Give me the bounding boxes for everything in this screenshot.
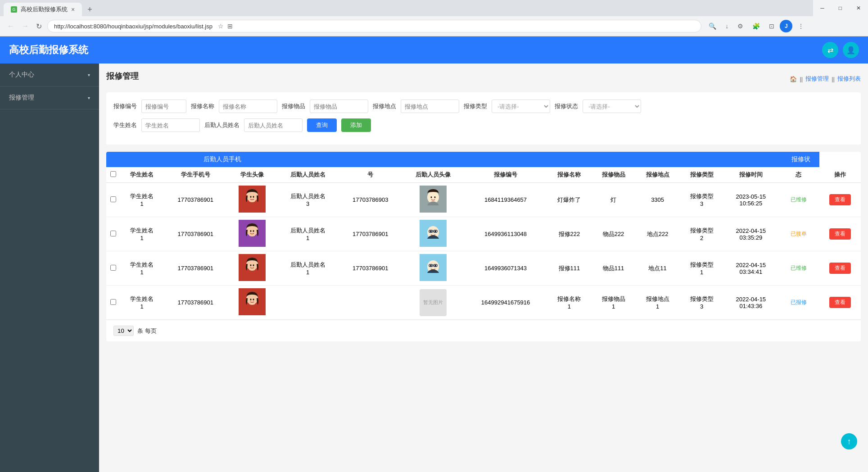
- home-icon: 🏠: [790, 76, 797, 82]
- breadcrumb-repair-mgmt[interactable]: 报修管理: [805, 75, 829, 83]
- label-bianhu: 报修编号: [113, 102, 137, 110]
- per-page-select[interactable]: 10 20 50: [113, 326, 134, 336]
- switch-icon: ⇄: [827, 46, 833, 54]
- user-avatar[interactable]: J: [780, 20, 792, 32]
- tab-title: 高校后勤报修系统: [21, 5, 68, 14]
- user-icon-btn[interactable]: 👤: [843, 42, 859, 58]
- status-badge: 已维修: [788, 264, 809, 272]
- select-leixing[interactable]: -请选择-: [492, 100, 550, 113]
- breadcrumb-sep2: ||: [832, 76, 835, 82]
- col-status: 态: [778, 167, 819, 183]
- maximize-btn[interactable]: □: [832, 0, 849, 18]
- bookmark-icon[interactable]: ☆: [218, 23, 224, 30]
- view-btn[interactable]: 查看: [829, 228, 851, 240]
- tab-close-btn[interactable]: ×: [71, 6, 75, 13]
- switch-icon-btn[interactable]: ⇄: [822, 42, 838, 58]
- extensions-icon[interactable]: ⊞: [227, 23, 233, 30]
- cell-staff-avatar: [402, 183, 464, 217]
- cell-status: 已维修: [778, 251, 819, 286]
- cell-repair-time: 2022-04-15 03:34:41: [724, 251, 778, 286]
- cell-staff-name: [277, 286, 339, 320]
- breadcrumb: 报修管理 🏠 || 报修管理 || 报修列表: [106, 71, 861, 87]
- close-btn[interactable]: ✕: [849, 0, 868, 18]
- breadcrumb-repair-list[interactable]: 报修列表: [837, 75, 861, 83]
- input-wupin[interactable]: [310, 100, 368, 113]
- cell-repair-time: 2022-04-15 01:43:36: [724, 286, 778, 320]
- cell-action: 查看: [819, 183, 861, 217]
- scroll-top-btn[interactable]: ↑: [841, 433, 857, 449]
- cell-staff-phone: [339, 286, 402, 320]
- zoom-icon[interactable]: 🔍: [705, 21, 720, 32]
- svg-point-4: [253, 196, 254, 198]
- sidebar-item-personal[interactable]: 个人中心 ▾: [0, 64, 99, 86]
- cell-staff-name: 后勤人员姓名 3: [277, 183, 339, 217]
- browser-tab[interactable]: G 高校后勤报修系统 ×: [4, 3, 82, 16]
- row-checkbox[interactable]: [110, 231, 116, 236]
- forward-btn[interactable]: →: [20, 20, 31, 32]
- tab-favicon: G: [11, 6, 17, 13]
- input-staff[interactable]: [244, 118, 303, 132]
- cell-student-name: 学生姓名 1: [120, 286, 164, 320]
- user-icon: 👤: [846, 46, 855, 54]
- cell-student-avatar: [227, 217, 276, 251]
- col-staff-name: 后勤人员姓名: [277, 167, 339, 183]
- settings-icon[interactable]: ⚙: [734, 21, 747, 32]
- sidebar-arrow-repair: ▾: [88, 95, 90, 100]
- cell-repair-location: 地点222: [636, 217, 680, 251]
- query-btn[interactable]: 查询: [307, 118, 337, 132]
- download-icon[interactable]: ↓: [722, 21, 732, 32]
- sidebar-item-repair[interactable]: 报修管理 ▾: [0, 86, 99, 109]
- select-all-checkbox[interactable]: [110, 171, 116, 177]
- cell-repair-item: 报修物品 1: [591, 286, 635, 320]
- cell-staff-avatar: 暂无图片: [402, 286, 464, 320]
- cell-repair-name: 报修名称 1: [547, 286, 591, 320]
- svg-point-13: [253, 230, 254, 232]
- page-title: 报修管理: [106, 71, 139, 82]
- cell-status: 已报修: [778, 286, 819, 320]
- input-bianhu[interactable]: [141, 100, 186, 113]
- cell-student-name: 学生姓名 1: [120, 183, 164, 217]
- input-mingcheng[interactable]: [219, 100, 277, 113]
- view-btn[interactable]: 查看: [829, 263, 851, 274]
- row-checkbox[interactable]: [110, 196, 116, 202]
- cell-repair-name: 报修222: [547, 217, 591, 251]
- cell-repair-item: 灯: [591, 183, 635, 217]
- input-student[interactable]: [141, 118, 200, 132]
- cell-student-avatar: [227, 251, 276, 286]
- back-btn[interactable]: ←: [5, 20, 16, 32]
- row-checkbox[interactable]: [110, 265, 116, 271]
- cell-status: 已接单: [778, 217, 819, 251]
- label-wupin: 报修物品: [282, 102, 305, 110]
- cell-repair-time: 2023-05-15 10:56:25: [724, 183, 778, 217]
- table-row: 学生姓名 1 17703786901: [106, 286, 861, 320]
- profile-icon[interactable]: ⊡: [765, 21, 778, 32]
- menu-icon[interactable]: ⋮: [794, 21, 808, 32]
- breadcrumb-sep1: ||: [800, 76, 803, 82]
- col-repair-location: 报修地点: [636, 167, 680, 183]
- svg-point-40: [250, 299, 251, 300]
- merged-header-left: 后勤人员手机: [106, 152, 339, 167]
- minimize-btn[interactable]: ─: [813, 0, 832, 18]
- label-zhuangtai: 报修状态: [555, 102, 578, 110]
- col-staff-avatar: 后勤人员头像: [402, 167, 464, 183]
- refresh-btn[interactable]: ↻: [34, 20, 44, 32]
- row-checkbox-cell: [106, 251, 120, 286]
- view-btn[interactable]: 查看: [829, 194, 851, 205]
- select-zhuangtai[interactable]: -请选择-: [583, 100, 641, 113]
- label-mingcheng: 报修名称: [191, 102, 214, 110]
- search-panel: 报修编号 报修名称 报修物品 报修地点 报修类型 -请选择- 报修状态 -请选择…: [106, 92, 861, 145]
- cell-repair-type: 报修类型 1: [680, 251, 724, 286]
- url-bar[interactable]: http://localhost:8080/houqinbaoxiu/jsp/m…: [47, 20, 701, 32]
- new-tab-btn[interactable]: +: [84, 5, 96, 14]
- cell-staff-phone: 17703786903: [339, 183, 402, 217]
- row-checkbox[interactable]: [110, 299, 116, 305]
- input-didian[interactable]: [401, 100, 459, 113]
- cell-staff-phone: 17703786901: [339, 217, 402, 251]
- label-didian: 报修地点: [373, 102, 396, 110]
- view-btn[interactable]: 查看: [829, 297, 851, 308]
- add-btn[interactable]: 添加: [341, 118, 371, 132]
- sidebar-label-personal: 个人中心: [9, 71, 34, 79]
- pagination: 10 20 50 条 每页: [106, 320, 861, 341]
- cell-staff-name: 后勤人员姓名 1: [277, 251, 339, 286]
- extensions-menu-icon[interactable]: 🧩: [749, 21, 764, 32]
